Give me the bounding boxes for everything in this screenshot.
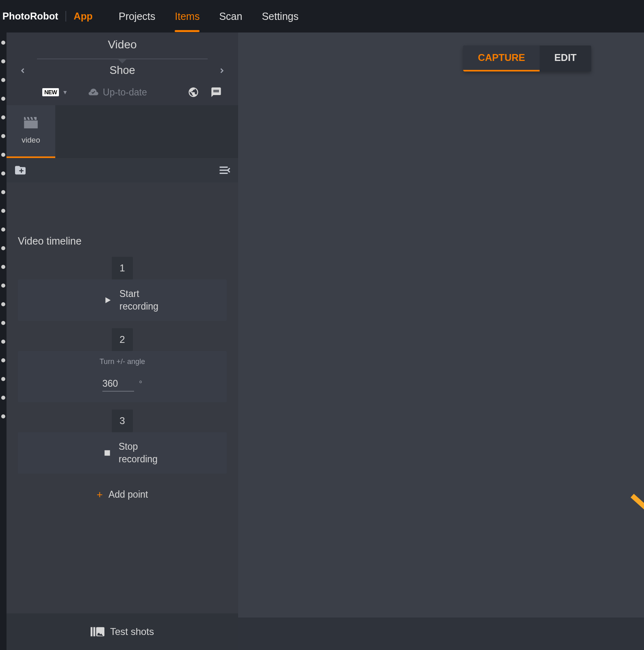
rail-dot — [1, 377, 5, 381]
play-icon — [103, 296, 112, 305]
nav-items[interactable]: Items — [175, 11, 199, 32]
left-rail — [0, 32, 7, 650]
brand-name: PhotoRobot — [2, 11, 58, 22]
nav-settings[interactable]: Settings — [262, 11, 298, 32]
rail-dot — [1, 284, 5, 288]
plus-icon: + — [97, 488, 103, 501]
tab-video[interactable]: video — [7, 105, 55, 158]
panel-header: Video Shoe — [7, 32, 238, 77]
rail-dot — [1, 153, 5, 157]
rail-dot — [1, 321, 5, 325]
rail-dot — [1, 78, 5, 82]
timeline-step-2: 2 Turn +/- angle ° — [18, 328, 227, 402]
rail-dot — [1, 134, 5, 138]
rail-dot — [1, 171, 5, 176]
svg-line-8 — [632, 496, 644, 565]
svg-rect-5 — [93, 627, 95, 637]
sidebar: Video Shoe NEW ▼ Up-to-date — [7, 32, 238, 650]
svg-rect-4 — [91, 627, 93, 637]
content-area: CAPTURE EDIT STOP — [238, 32, 644, 650]
step-number: 2 — [112, 328, 133, 351]
rail-dot — [1, 265, 5, 269]
tab-label: video — [22, 136, 40, 145]
chevron-left-icon[interactable] — [19, 67, 27, 75]
tab-row: video — [7, 105, 238, 158]
stop-recording-card[interactable]: Stop recording — [18, 432, 227, 474]
step-number: 3 — [112, 410, 133, 432]
add-point-button[interactable]: + Add point — [18, 481, 227, 508]
panel-title: Video — [108, 38, 137, 51]
angle-unit: ° — [139, 379, 142, 389]
sync-status-label: Up-to-date — [103, 87, 147, 98]
rail-dot — [1, 228, 5, 232]
rail-dot — [1, 209, 5, 213]
item-name: Shoe — [109, 64, 135, 77]
brand-app[interactable]: App — [74, 11, 93, 22]
rail-dot — [1, 59, 5, 63]
brand-separator — [65, 11, 66, 22]
timeline-step-1: 1 Start recording — [18, 257, 227, 321]
test-shots-bar[interactable]: Test shots — [7, 613, 238, 650]
edit-mode-button[interactable]: EDIT — [540, 46, 591, 72]
rail-dot — [1, 97, 5, 101]
collapse-panel-icon[interactable] — [219, 165, 231, 175]
new-badge-dropdown[interactable]: NEW ▼ — [42, 88, 68, 96]
svg-rect-3 — [104, 450, 110, 455]
timeline-step-3: 3 Stop recording — [18, 410, 227, 474]
mode-toggle: CAPTURE EDIT — [463, 46, 591, 72]
turn-angle-card[interactable]: Turn +/- angle ° — [18, 351, 227, 402]
step-label: Start recording — [119, 288, 158, 313]
rail-dot — [1, 41, 5, 45]
test-shots-label: Test shots — [110, 626, 154, 637]
rail-dot — [1, 115, 5, 119]
comment-icon[interactable] — [210, 87, 222, 98]
step-hint: Turn +/- angle — [100, 358, 145, 366]
cloud-check-icon — [88, 87, 99, 98]
rail-dot — [1, 358, 5, 362]
start-recording-card[interactable]: Start recording — [18, 280, 227, 321]
status-row: NEW ▼ Up-to-date — [7, 77, 238, 105]
timeline-section: Video timeline 1 Start recording 2 Turn … — [7, 182, 238, 613]
timeline-title: Video timeline — [18, 235, 227, 247]
rail-dot — [1, 246, 5, 250]
globe-icon[interactable] — [188, 87, 199, 98]
sync-status: Up-to-date — [88, 87, 147, 98]
rail-dot — [1, 190, 5, 194]
new-folder-icon[interactable] — [14, 165, 27, 176]
add-point-label: Add point — [108, 489, 148, 500]
toolbar-row — [7, 158, 238, 182]
rail-dot — [1, 414, 5, 418]
capture-mode-button[interactable]: CAPTURE — [463, 46, 540, 72]
annotation-arrow-icon — [628, 492, 644, 581]
angle-input[interactable] — [102, 377, 134, 392]
test-shots-icon — [91, 626, 104, 637]
rail-dot — [1, 340, 5, 344]
brand: PhotoRobot App — [2, 11, 93, 22]
nav-scan[interactable]: Scan — [219, 11, 242, 32]
top-navigation: PhotoRobot App Projects Items Scan Setti… — [0, 0, 644, 32]
nav-projects[interactable]: Projects — [119, 11, 155, 32]
rail-dot — [1, 396, 5, 400]
step-label: Stop recording — [119, 440, 158, 466]
step-number: 1 — [112, 257, 133, 280]
new-badge-label: NEW — [42, 88, 59, 96]
chevron-right-icon[interactable] — [218, 67, 226, 75]
rail-dot — [1, 302, 5, 306]
divider-icon — [37, 58, 208, 59]
dropdown-caret-icon: ▼ — [62, 89, 68, 95]
clapperboard-icon — [24, 117, 38, 128]
stop-icon — [103, 449, 111, 457]
nav-links: Projects Items Scan Settings — [119, 6, 299, 27]
bottom-strip — [238, 618, 644, 650]
